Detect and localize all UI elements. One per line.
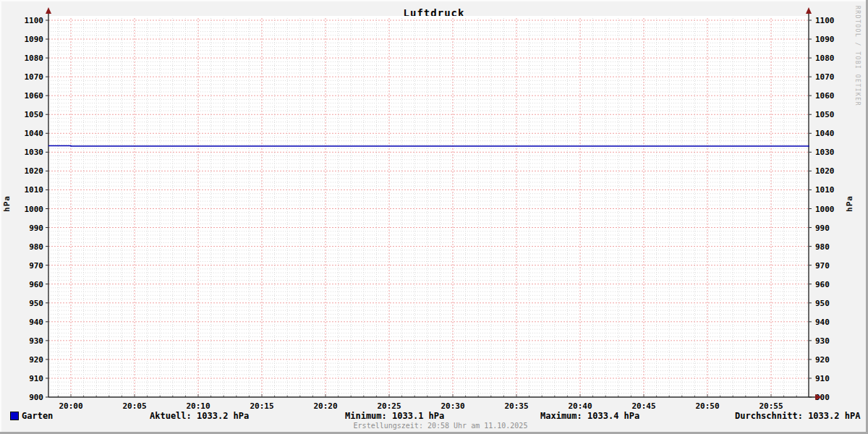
y-tick-label-right: 1060 — [815, 91, 835, 101]
x-tick-label: 20:00 — [59, 401, 82, 411]
y-tick-label-left: 1020 — [25, 166, 44, 176]
x-tick-label: 20:10 — [186, 401, 210, 411]
y-tick-label-left: 1070 — [25, 72, 44, 82]
y-tick-label-right: 1070 — [815, 72, 835, 82]
y-tick-label-left: 1090 — [25, 35, 44, 44]
series-color-swatch — [10, 412, 19, 420]
y-tick-label-left: 1040 — [25, 129, 44, 138]
y-tick-label-left: 1030 — [25, 148, 44, 157]
y-tick-label-right: 1000 — [815, 205, 835, 214]
stat-maximum: Maximum: 1033.4 hPa — [540, 411, 639, 421]
generation-timestamp: Erstellungszeit: 20:58 Uhr am 11.10.2025 — [0, 422, 868, 430]
y-tick-label-right: 960 — [815, 280, 830, 289]
x-tick-label: 20:55 — [759, 401, 783, 411]
x-tick-label: 20:45 — [631, 401, 655, 411]
x-tick-label: 20:25 — [377, 401, 401, 411]
y-tick-label-left: 1080 — [25, 54, 44, 63]
series-label: Garten — [22, 411, 53, 421]
y-tick-label-left: 920 — [29, 355, 43, 365]
y-tick-label-left: 1050 — [25, 110, 44, 119]
y-tick-label-left: 930 — [29, 336, 43, 346]
x-tick-label: 20:50 — [695, 401, 719, 411]
y-tick-label-left: 980 — [29, 242, 43, 252]
y-tick-label-left: 1060 — [25, 91, 44, 101]
rrdtool-pressure-graph: { "title": "Luftdruck", "watermark": "RR… — [0, 0, 868, 434]
x-tick-label: 20:05 — [122, 401, 146, 411]
y-tick-label-right: 910 — [815, 374, 830, 383]
y-tick-label-right: 950 — [815, 299, 830, 308]
y-tick-label-right: 930 — [815, 336, 830, 346]
y-tick-label-left: 1000 — [25, 205, 44, 214]
y-tick-label-left: 910 — [29, 374, 43, 383]
x-tick-label: 20:35 — [504, 401, 528, 411]
y-tick-label-left: 990 — [29, 224, 43, 233]
pressure-chart-canvas: 9009009109109209209309309409409509509609… — [0, 0, 868, 434]
y-tick-label-right: 980 — [815, 242, 830, 252]
y-tick-label-right: 940 — [815, 318, 830, 327]
y-tick-label-right: 1100 — [815, 16, 835, 25]
y-tick-label-left: 900 — [29, 393, 43, 402]
x-tick-label: 20:15 — [250, 401, 273, 411]
arrow-up-left — [46, 7, 51, 14]
y-tick-label-right: 1090 — [815, 35, 835, 44]
pressure-series-line — [48, 145, 809, 146]
stat-current: Aktuell: 1033.2 hPa — [150, 411, 249, 421]
y-tick-label-right: 920 — [815, 355, 830, 365]
y-tick-label-left: 950 — [29, 299, 43, 308]
rrdtool-watermark: RRDTOOL / TOBI OETIKER — [854, 6, 861, 106]
stat-minimum: Minimum: 1033.1 hPa — [345, 411, 444, 421]
x-tick-label: 20:20 — [313, 401, 337, 411]
y-tick-label-left: 940 — [29, 318, 43, 327]
y-tick-label-right: 970 — [815, 261, 830, 271]
stat-average: Durchschnitt: 1033.2 hPA — [735, 411, 860, 421]
y-tick-label-left: 970 — [29, 261, 43, 271]
y-tick-label-left: 1100 — [25, 16, 44, 25]
y-axis-label-right: hPa — [845, 195, 854, 212]
y-tick-label-right: 1020 — [815, 166, 835, 176]
y-tick-label-right: 1050 — [815, 110, 835, 119]
y-tick-label-right: 1010 — [815, 185, 835, 195]
y-tick-label-right: 1030 — [815, 148, 835, 157]
y-tick-label-right: 1080 — [815, 54, 835, 63]
y-tick-label-left: 960 — [29, 280, 43, 289]
y-axis-label-left: hPa — [2, 195, 12, 212]
arrow-up-right — [806, 7, 812, 14]
y-tick-label-right: 1040 — [815, 129, 835, 138]
x-tick-label: 20:40 — [568, 401, 592, 411]
y-tick-label-left: 1010 — [25, 185, 44, 195]
x-tick-label: 20:30 — [441, 401, 464, 411]
y-tick-label-right: 990 — [815, 224, 830, 233]
